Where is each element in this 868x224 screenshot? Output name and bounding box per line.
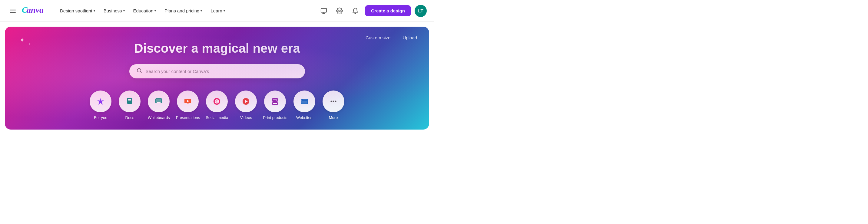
create-design-button[interactable]: Create a design [365,5,411,17]
nav-business[interactable]: Business ▾ [100,6,128,16]
custom-size-button[interactable]: Custom size [363,34,393,41]
svg-line-7 [140,71,141,72]
social-media-label: Social media [206,115,228,120]
videos-label: Videos [240,115,252,120]
svg-rect-28 [303,100,307,100]
whiteboards-label: Whiteboards [148,115,170,120]
avatar[interactable]: LT [414,5,427,17]
for-you-label: For you [94,115,107,120]
quick-items-row: For you Docs Whiteboards [14,91,420,120]
hero-section: ✦ ✦ Custom size Upload Discover a magica… [5,27,429,130]
svg-rect-10 [128,100,131,101]
websites-label: Websites [296,115,312,120]
nav-design-spotlight[interactable]: Design spotlight ▾ [56,6,99,16]
docs-icon-circle [119,91,141,112]
quick-item-for-you[interactable]: For you [88,91,113,120]
chevron-down-icon: ▾ [223,9,225,12]
svg-rect-13 [156,99,161,103]
upload-button[interactable]: Upload [400,34,420,41]
quick-item-docs[interactable]: Docs [118,91,142,120]
chevron-down-icon: ▾ [200,9,202,12]
print-products-label: Print products [263,115,287,120]
presentations-label: Presentations [176,115,200,120]
docs-label: Docs [125,115,134,120]
quick-item-presentations[interactable]: Presentations [176,91,200,120]
search-input[interactable] [146,69,298,74]
quick-item-whiteboards[interactable]: Whiteboards [147,91,171,120]
svg-rect-11 [128,102,130,102]
hero-corner-actions: Custom size Upload [363,34,420,41]
notifications-icon-button[interactable] [349,5,361,17]
settings-icon-button[interactable] [334,5,346,17]
svg-point-30 [331,101,332,102]
quick-item-more[interactable]: More [321,91,346,120]
more-label: More [329,115,338,120]
svg-rect-2 [321,8,327,12]
svg-rect-27 [301,100,302,100]
svg-point-24 [277,100,277,101]
for-you-icon-circle [90,91,112,112]
svg-rect-23 [273,99,277,100]
chevron-down-icon: ▾ [123,9,125,12]
social-media-icon-circle [206,91,228,112]
chevron-down-icon: ▾ [154,9,156,12]
nav-plans-pricing[interactable]: Plans and pricing ▾ [161,6,206,16]
navbar: C anva Design spotlight ▾ Business ▾ Edu… [0,0,434,22]
chevron-down-icon: ▾ [94,9,95,12]
svg-rect-9 [128,99,131,100]
hero-title: Discover a magical new era [14,41,420,56]
websites-icon-circle [293,91,315,112]
more-icon-circle [322,91,344,112]
canva-logo[interactable]: C anva [22,4,49,17]
quick-item-print-products[interactable]: Print products [263,91,287,120]
svg-point-32 [335,101,336,102]
svg-point-5 [339,10,341,12]
svg-rect-16 [187,103,189,104]
search-bar[interactable] [129,64,305,78]
search-icon [136,68,142,75]
whiteboards-icon-circle [148,91,169,112]
nav-links: Design spotlight ▾ Business ▾ Education … [56,6,315,16]
svg-rect-29 [301,101,307,103]
svg-rect-22 [273,103,277,104]
hamburger-menu[interactable] [7,6,18,15]
videos-icon-circle [235,91,257,112]
quick-item-social-media[interactable]: Social media [205,91,229,120]
nav-learn[interactable]: Learn ▾ [207,6,228,16]
nav-actions: Create a design LT [318,5,427,17]
svg-text:anva: anva [27,5,43,14]
quick-item-websites[interactable]: Websites [292,91,316,120]
presentations-icon-circle [177,91,199,112]
monitor-icon-button[interactable] [318,5,330,17]
nav-education[interactable]: Education ▾ [130,6,160,16]
search-container [14,64,420,78]
quick-item-videos[interactable]: Videos [234,91,258,120]
svg-point-31 [333,101,334,102]
print-products-icon-circle [264,91,286,112]
